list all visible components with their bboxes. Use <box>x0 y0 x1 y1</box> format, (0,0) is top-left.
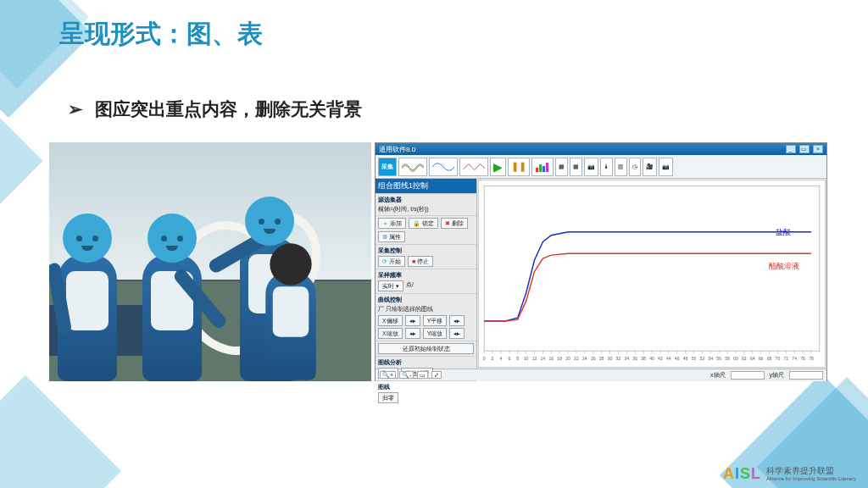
zoom-fit-icon[interactable]: ▭ <box>417 371 428 379</box>
gauge-icon[interactable]: ◷ <box>629 158 641 176</box>
grid-icon[interactable]: ▦ <box>555 158 568 176</box>
collect-button[interactable]: 采集 <box>378 158 397 176</box>
prop-button[interactable]: ⚙属性 <box>378 231 405 242</box>
bullet-text: 图应突出重点内容，删除无关背景 <box>95 99 362 119</box>
x-axis-input[interactable] <box>731 371 765 380</box>
content-row: 通用软件8.0 _ ▭ × 采集 ▶ ❚❚ ▦ ▦ 📷 🌡 ▥ ◷ 🎥 📷 <box>49 142 829 381</box>
freq-section-header: 采样频率 <box>378 271 474 280</box>
svg-text:68: 68 <box>767 356 772 361</box>
brand-logo: AISL 科学素养提升联盟 Alliance for Improving Sci… <box>723 465 856 483</box>
grid2-icon[interactable]: ▦ <box>570 158 582 176</box>
svg-text:44: 44 <box>666 356 671 361</box>
svg-text:8: 8 <box>516 356 519 361</box>
logo-letter: A <box>723 465 735 482</box>
zoom-in-icon[interactable]: 🔍+ <box>380 371 396 379</box>
svg-text:56: 56 <box>716 356 721 361</box>
svg-text:34: 34 <box>624 356 629 361</box>
chart-svg: 0246810121416182022242628303234363840424… <box>479 180 825 367</box>
x-shift[interactable]: X偏移 <box>378 315 403 326</box>
svg-text:66: 66 <box>759 356 764 361</box>
svg-text:60: 60 <box>733 356 738 361</box>
camera2-icon[interactable]: 📷 <box>659 158 673 176</box>
bullet-arrow-icon: ➢ <box>68 99 83 119</box>
capture-section-header: 采集控制 <box>378 247 474 255</box>
y-axis-input[interactable] <box>789 371 823 380</box>
zoom-controls[interactable]: 🔍+ 🔍- ▭ ⤢ <box>379 372 442 379</box>
series-a-label: 盐酸 <box>776 227 791 238</box>
maximize-button[interactable]: ▭ <box>799 145 810 153</box>
svg-text:40: 40 <box>649 356 654 361</box>
brand-en: Alliance for Improving Scientific Litera… <box>766 476 856 481</box>
stepper[interactable]: ◂▸ <box>449 315 465 326</box>
panel-title: 组合图线1控制 <box>376 179 476 193</box>
window-title-text: 通用软件8.0 <box>379 145 415 154</box>
y-scale[interactable]: Y缩放 <box>423 328 448 339</box>
svg-text:28: 28 <box>599 356 604 361</box>
zoom-reset-icon[interactable]: ⤢ <box>431 371 442 379</box>
svg-text:48: 48 <box>683 356 688 361</box>
toolbar-spectrum-icon[interactable] <box>531 158 554 176</box>
svg-text:78: 78 <box>809 356 814 361</box>
stepper[interactable]: ◂▸ <box>405 328 420 339</box>
minimize-button[interactable]: _ <box>786 145 796 153</box>
play-button[interactable]: ▶ <box>490 158 506 176</box>
svg-text:38: 38 <box>641 356 646 361</box>
x-scale[interactable]: X缩放 <box>378 328 403 339</box>
svg-text:58: 58 <box>725 356 730 361</box>
svg-text:26: 26 <box>591 356 596 361</box>
temp-icon[interactable]: 🌡 <box>600 158 613 176</box>
deco-triangle <box>0 375 121 488</box>
y-shift[interactable]: Y平移 <box>423 315 448 326</box>
wave-preview-2[interactable] <box>429 158 458 176</box>
video-icon[interactable]: 🎥 <box>643 158 657 176</box>
lock-button[interactable]: 🔒锁定 <box>409 218 438 229</box>
svg-text:10: 10 <box>524 356 529 361</box>
zoom-out-icon[interactable]: 🔍- <box>399 371 414 379</box>
axis-desc: 横轴=(时间, t/s(秒)) <box>378 205 474 214</box>
svg-text:24: 24 <box>582 356 587 361</box>
svg-text:52: 52 <box>700 356 705 361</box>
svg-text:12: 12 <box>532 356 537 361</box>
source-section-header: 源选集器 <box>378 196 474 204</box>
close-button[interactable]: × <box>813 145 823 153</box>
analysis-section-header: 图线分析 <box>378 358 474 367</box>
svg-text:2: 2 <box>492 356 494 361</box>
delete-button[interactable]: ✖删除 <box>441 218 468 229</box>
camera-icon[interactable]: 📷 <box>584 158 598 176</box>
slide-title: 呈现形式：图、表 <box>59 17 263 52</box>
svg-text:22: 22 <box>574 356 579 361</box>
svg-text:18: 18 <box>557 356 562 361</box>
wave-preview-3[interactable] <box>459 158 488 176</box>
stop-button[interactable]: ■停止 <box>408 256 433 267</box>
svg-text:50: 50 <box>692 356 697 361</box>
svg-rect-1 <box>539 164 542 172</box>
pause-button[interactable]: ❚❚ <box>508 158 530 176</box>
svg-text:36: 36 <box>632 356 637 361</box>
restore-button[interactable]: 还原初始绘制状态 <box>378 343 474 354</box>
start-button[interactable]: ⟳开始 <box>378 256 405 267</box>
svg-text:70: 70 <box>776 356 781 361</box>
logo-letter: S <box>740 465 751 482</box>
svg-text:14: 14 <box>541 356 546 361</box>
svg-text:32: 32 <box>616 356 621 361</box>
svg-text:16: 16 <box>548 356 554 361</box>
line-section-header: 图线 <box>378 383 474 391</box>
window-buttons: _ ▭ × <box>784 145 823 153</box>
freq-select[interactable]: 实时 ▾ <box>378 280 403 291</box>
svg-text:46: 46 <box>675 356 680 361</box>
svg-text:6: 6 <box>508 356 510 361</box>
svg-text:54: 54 <box>708 356 713 361</box>
stepper[interactable]: ◂▸ <box>449 328 465 339</box>
stepper[interactable]: ◂▸ <box>405 315 420 326</box>
add-button[interactable]: ＋添加 <box>378 218 406 229</box>
curve-checkbox-label[interactable]: 厂 只绘制选择的图线 <box>378 305 474 313</box>
logo-letter: L <box>751 465 761 482</box>
control-panel: 组合图线1控制 源选集器 横轴=(时间, t/s(秒)) ＋添加 🔒锁定 ✖删除… <box>376 179 477 369</box>
chip-icon[interactable]: ▥ <box>615 158 627 176</box>
curve-section-header: 曲线控制 <box>378 296 474 304</box>
svg-text:20: 20 <box>565 356 570 361</box>
wave-preview-1[interactable] <box>398 158 427 176</box>
toolbar: 采集 ▶ ❚❚ ▦ ▦ 📷 🌡 ▥ ◷ 🎥 📷 <box>376 155 826 179</box>
svg-text:42: 42 <box>658 356 663 361</box>
reset-button[interactable]: 归零 <box>378 392 398 403</box>
